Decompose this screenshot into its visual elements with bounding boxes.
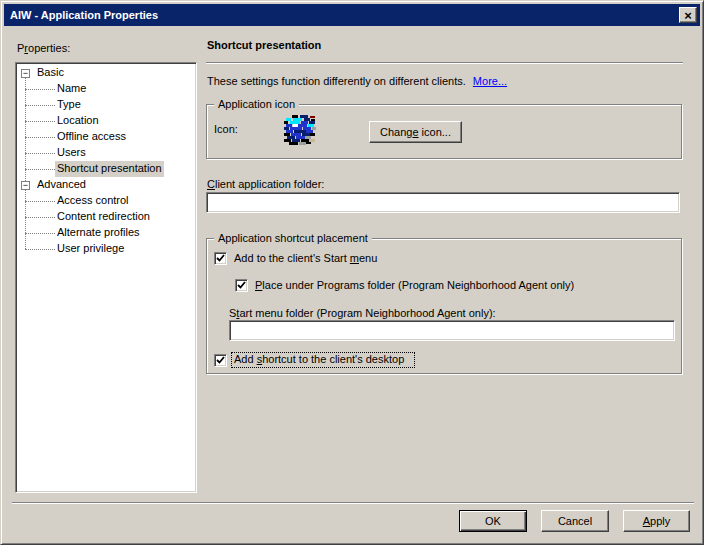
tree-item-shortcut-presentation[interactable]: Shortcut presentation [55, 161, 164, 177]
close-icon: × [684, 9, 692, 22]
tree-line [25, 217, 55, 218]
more-link[interactable]: More... [473, 75, 507, 87]
tree-item-type[interactable]: Type [57, 97, 81, 113]
application-icon-legend: Application icon [214, 98, 299, 110]
check-icon [237, 281, 246, 290]
programs-folder-checkbox[interactable] [235, 279, 248, 292]
desktop-shortcut-checkbox-label: Add shortcut to the client's desktop [231, 352, 415, 368]
page-title: Shortcut presentation [207, 39, 321, 51]
tree-line [25, 77, 26, 181]
desktop-shortcut-checkbox[interactable] [214, 354, 227, 367]
start-menu-checkbox-label: Add to the client's Start menu [234, 252, 377, 265]
window-title: AIW - Application Properties [10, 9, 158, 21]
application-properties-dialog: AIW - Application Properties × Propertie… [0, 0, 704, 545]
application-icon-group: Application icon Icon: Change icon. [206, 104, 682, 159]
tree-item-location[interactable]: Location [57, 113, 99, 129]
titlebar: AIW - Application Properties × [4, 4, 700, 26]
tree-item-name[interactable]: Name [57, 81, 86, 97]
start-menu-folder-input[interactable] [229, 320, 675, 341]
tree-line [25, 137, 55, 138]
tree-line [25, 153, 55, 154]
start-menu-folder-label: Start menu folder (Program Neighborhood … [229, 307, 496, 319]
tree-item-alternate-profiles[interactable]: Alternate profiles [57, 225, 140, 241]
client-app-folder-label: Client application folder: [207, 178, 324, 190]
application-icon-image [284, 115, 318, 145]
start-menu-checkbox[interactable] [214, 252, 227, 265]
tree-line [25, 89, 55, 90]
tree-item-basic[interactable]: Basic [37, 65, 64, 81]
programs-folder-checkbox-row[interactable]: Place under Programs folder (Program Nei… [235, 278, 574, 292]
check-icon [216, 254, 225, 263]
shortcut-placement-group: Application shortcut placement Add to th… [206, 238, 682, 374]
heading-divider [206, 62, 683, 64]
tree-line [25, 249, 55, 250]
tree-item-offline-access[interactable]: Offline access [57, 129, 126, 145]
tree-item-access-control[interactable]: Access control [57, 193, 129, 209]
apply-button[interactable]: Apply [623, 510, 690, 532]
change-icon-button[interactable]: Change icon... [369, 121, 462, 143]
icon-label: Icon: [214, 123, 238, 135]
collapse-icon-basic[interactable]: − [21, 69, 30, 78]
cancel-button[interactable]: Cancel [541, 510, 609, 532]
tree-item-user-privilege[interactable]: User privilege [57, 241, 124, 257]
tree-line [25, 169, 55, 170]
tree-line [25, 201, 55, 202]
shortcut-placement-legend: Application shortcut placement [214, 232, 372, 244]
collapse-icon-advanced[interactable]: − [21, 181, 30, 190]
programs-folder-checkbox-label: Place under Programs folder (Program Nei… [255, 279, 574, 292]
tree-item-advanced[interactable]: Advanced [37, 177, 86, 193]
tree-line [25, 121, 55, 122]
tree-item-users[interactable]: Users [57, 145, 86, 161]
desktop-shortcut-checkbox-row[interactable]: Add shortcut to the client's desktop [214, 353, 415, 367]
properties-label: Properties: [17, 42, 70, 54]
tree-line [25, 233, 55, 234]
check-icon [216, 356, 225, 365]
tree-line [25, 189, 26, 249]
intro-text: These settings function differently on d… [207, 75, 466, 87]
tree-item-content-redirection[interactable]: Content redirection [57, 209, 150, 225]
close-button[interactable]: × [679, 7, 697, 23]
properties-tree[interactable]: − − Basic Name Type Location Offline acc… [15, 62, 197, 493]
footer-divider [12, 502, 694, 504]
client-app-folder-input[interactable] [206, 192, 680, 213]
start-menu-checkbox-row[interactable]: Add to the client's Start menu [214, 251, 377, 265]
tree-line [25, 105, 55, 106]
ok-button[interactable]: OK [459, 510, 527, 532]
